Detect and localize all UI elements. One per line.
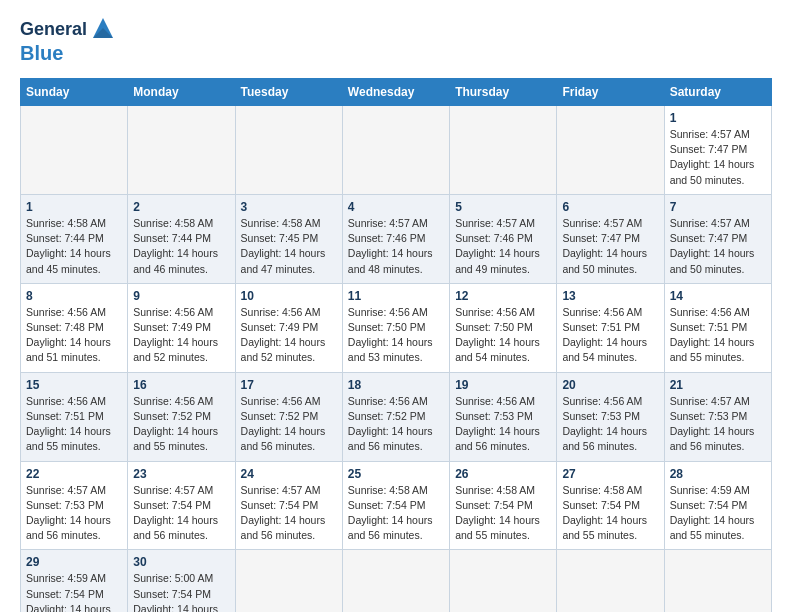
calendar-day-cell: 9 Sunrise: 4:56 AM Sunset: 7:49 PM Dayli… [128, 283, 235, 372]
sunrise-label: Sunrise: 4:59 AM [26, 572, 106, 584]
sunset-label: Sunset: 7:49 PM [241, 321, 319, 333]
day-number: 18 [348, 378, 444, 392]
day-info: Sunrise: 5:00 AM Sunset: 7:54 PM Dayligh… [133, 571, 229, 612]
calendar-week-row: 29 Sunrise: 4:59 AM Sunset: 7:54 PM Dayl… [21, 550, 772, 612]
day-info: Sunrise: 4:57 AM Sunset: 7:46 PM Dayligh… [455, 216, 551, 277]
day-number: 20 [562, 378, 658, 392]
col-thursday: Thursday [450, 79, 557, 106]
day-info: Sunrise: 4:58 AM Sunset: 7:45 PM Dayligh… [241, 216, 337, 277]
calendar-day-cell: 4 Sunrise: 4:57 AM Sunset: 7:46 PM Dayli… [342, 194, 449, 283]
sunrise-label: Sunrise: 4:57 AM [455, 217, 535, 229]
day-number: 19 [455, 378, 551, 392]
day-info: Sunrise: 4:56 AM Sunset: 7:51 PM Dayligh… [562, 305, 658, 366]
day-number: 23 [133, 467, 229, 481]
daylight-label: Daylight: 14 hours and 50 minutes. [562, 247, 647, 274]
day-number: 3 [241, 200, 337, 214]
sunrise-label: Sunrise: 4:58 AM [26, 217, 106, 229]
daylight-label: Daylight: 14 hours and 45 minutes. [26, 247, 111, 274]
daylight-label: Daylight: 14 hours and 51 minutes. [26, 336, 111, 363]
calendar-week-row: 15 Sunrise: 4:56 AM Sunset: 7:51 PM Dayl… [21, 372, 772, 461]
daylight-label: Daylight: 14 hours and 56 minutes. [348, 514, 433, 541]
calendar-day-cell [235, 550, 342, 612]
daylight-label: Daylight: 14 hours and 54 minutes. [133, 603, 218, 612]
sunrise-label: Sunrise: 5:00 AM [133, 572, 213, 584]
calendar-day-cell [450, 550, 557, 612]
day-number: 28 [670, 467, 766, 481]
day-info: Sunrise: 4:58 AM Sunset: 7:44 PM Dayligh… [133, 216, 229, 277]
sunrise-label: Sunrise: 4:59 AM [670, 484, 750, 496]
daylight-label: Daylight: 14 hours and 55 minutes. [26, 425, 111, 452]
sunset-label: Sunset: 7:53 PM [455, 410, 533, 422]
day-info: Sunrise: 4:57 AM Sunset: 7:54 PM Dayligh… [133, 483, 229, 544]
day-info: Sunrise: 4:56 AM Sunset: 7:52 PM Dayligh… [133, 394, 229, 455]
calendar-day-cell [128, 106, 235, 195]
sunrise-label: Sunrise: 4:56 AM [348, 306, 428, 318]
calendar-day-cell [557, 106, 664, 195]
daylight-label: Daylight: 14 hours and 56 minutes. [455, 425, 540, 452]
day-info: Sunrise: 4:58 AM Sunset: 7:44 PM Dayligh… [26, 216, 122, 277]
day-number: 17 [241, 378, 337, 392]
daylight-label: Daylight: 14 hours and 56 minutes. [241, 514, 326, 541]
sunrise-label: Sunrise: 4:56 AM [348, 395, 428, 407]
calendar-day-cell: 3 Sunrise: 4:58 AM Sunset: 7:45 PM Dayli… [235, 194, 342, 283]
calendar-header-row: Sunday Monday Tuesday Wednesday Thursday… [21, 79, 772, 106]
day-number: 14 [670, 289, 766, 303]
daylight-label: Daylight: 14 hours and 48 minutes. [348, 247, 433, 274]
day-number: 24 [241, 467, 337, 481]
day-info: Sunrise: 4:56 AM Sunset: 7:49 PM Dayligh… [241, 305, 337, 366]
daylight-label: Daylight: 14 hours and 56 minutes. [348, 425, 433, 452]
day-info: Sunrise: 4:58 AM Sunset: 7:54 PM Dayligh… [562, 483, 658, 544]
calendar-day-cell: 5 Sunrise: 4:57 AM Sunset: 7:46 PM Dayli… [450, 194, 557, 283]
sunset-label: Sunset: 7:47 PM [670, 143, 748, 155]
calendar-week-row: 22 Sunrise: 4:57 AM Sunset: 7:53 PM Dayl… [21, 461, 772, 550]
calendar-day-cell: 12 Sunrise: 4:56 AM Sunset: 7:50 PM Dayl… [450, 283, 557, 372]
sunrise-label: Sunrise: 4:56 AM [562, 395, 642, 407]
day-info: Sunrise: 4:58 AM Sunset: 7:54 PM Dayligh… [348, 483, 444, 544]
day-number: 2 [133, 200, 229, 214]
sunrise-label: Sunrise: 4:58 AM [348, 484, 428, 496]
sunset-label: Sunset: 7:46 PM [348, 232, 426, 244]
daylight-label: Daylight: 14 hours and 47 minutes. [241, 247, 326, 274]
calendar-day-cell: 2 Sunrise: 4:58 AM Sunset: 7:44 PM Dayli… [128, 194, 235, 283]
daylight-label: Daylight: 14 hours and 56 minutes. [241, 425, 326, 452]
logo-icon [89, 14, 117, 42]
calendar-day-cell [664, 550, 771, 612]
sunset-label: Sunset: 7:44 PM [133, 232, 211, 244]
day-info: Sunrise: 4:59 AM Sunset: 7:54 PM Dayligh… [26, 571, 122, 612]
calendar-day-cell: 8 Sunrise: 4:56 AM Sunset: 7:48 PM Dayli… [21, 283, 128, 372]
calendar-week-row: 1 Sunrise: 4:57 AM Sunset: 7:47 PM Dayli… [21, 106, 772, 195]
sunset-label: Sunset: 7:52 PM [133, 410, 211, 422]
day-info: Sunrise: 4:56 AM Sunset: 7:53 PM Dayligh… [455, 394, 551, 455]
calendar-day-cell: 6 Sunrise: 4:57 AM Sunset: 7:47 PM Dayli… [557, 194, 664, 283]
calendar-day-cell: 15 Sunrise: 4:56 AM Sunset: 7:51 PM Dayl… [21, 372, 128, 461]
page: General Blue Sunday Monday Tuesday [0, 0, 792, 612]
sunrise-label: Sunrise: 4:57 AM [562, 217, 642, 229]
calendar-day-cell: 16 Sunrise: 4:56 AM Sunset: 7:52 PM Dayl… [128, 372, 235, 461]
daylight-label: Daylight: 14 hours and 54 minutes. [455, 336, 540, 363]
sunset-label: Sunset: 7:47 PM [670, 232, 748, 244]
sunset-label: Sunset: 7:54 PM [133, 499, 211, 511]
sunrise-label: Sunrise: 4:57 AM [241, 484, 321, 496]
sunrise-label: Sunrise: 4:58 AM [133, 217, 213, 229]
day-number: 16 [133, 378, 229, 392]
day-number: 4 [348, 200, 444, 214]
day-info: Sunrise: 4:56 AM Sunset: 7:50 PM Dayligh… [455, 305, 551, 366]
calendar-day-cell [342, 550, 449, 612]
col-sunday: Sunday [21, 79, 128, 106]
sunset-label: Sunset: 7:44 PM [26, 232, 104, 244]
daylight-label: Daylight: 14 hours and 46 minutes. [133, 247, 218, 274]
day-info: Sunrise: 4:56 AM Sunset: 7:51 PM Dayligh… [670, 305, 766, 366]
sunset-label: Sunset: 7:51 PM [670, 321, 748, 333]
day-info: Sunrise: 4:59 AM Sunset: 7:54 PM Dayligh… [670, 483, 766, 544]
day-number: 7 [670, 200, 766, 214]
sunset-label: Sunset: 7:52 PM [241, 410, 319, 422]
sunset-label: Sunset: 7:51 PM [562, 321, 640, 333]
sunrise-label: Sunrise: 4:56 AM [26, 395, 106, 407]
day-info: Sunrise: 4:56 AM Sunset: 7:52 PM Dayligh… [241, 394, 337, 455]
col-wednesday: Wednesday [342, 79, 449, 106]
daylight-label: Daylight: 14 hours and 50 minutes. [670, 247, 755, 274]
day-info: Sunrise: 4:57 AM Sunset: 7:47 PM Dayligh… [670, 216, 766, 277]
day-number: 22 [26, 467, 122, 481]
calendar-table: Sunday Monday Tuesday Wednesday Thursday… [20, 78, 772, 612]
logo-blue-text: Blue [20, 42, 63, 64]
